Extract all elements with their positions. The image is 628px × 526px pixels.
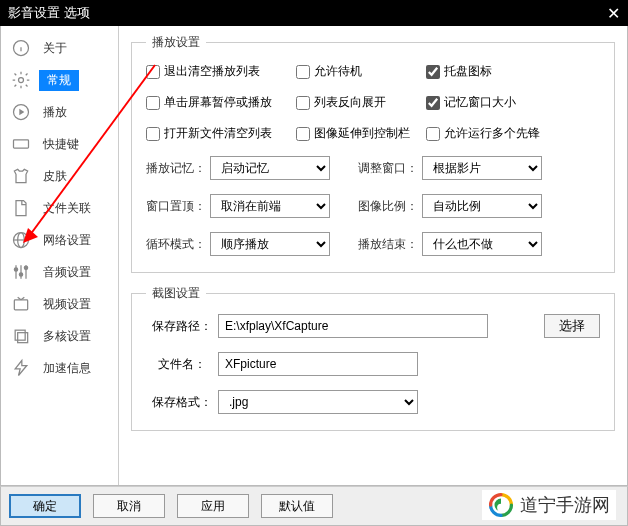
- svg-rect-23: [18, 333, 28, 343]
- sidebar-item-accel[interactable]: 加速信息: [1, 352, 118, 384]
- svg-rect-6: [14, 140, 29, 148]
- default-button[interactable]: 默认值: [261, 494, 333, 518]
- checkbox-remember-size[interactable]: 记忆窗口大小: [426, 94, 566, 111]
- globe-icon: [11, 230, 31, 250]
- sidebar: 关于 常规 播放 快捷键 皮肤 文件关联 网络设置 音频设置: [1, 26, 119, 485]
- svg-point-16: [14, 268, 17, 271]
- playback-settings-group: 播放设置 退出清空播放列表 允许待机 托盘图标 单击屏幕暂停或播放 列表反向展开…: [131, 34, 615, 273]
- sidebar-item-hotkey[interactable]: 快捷键: [1, 128, 118, 160]
- checkbox-click-pause[interactable]: 单击屏幕暂停或播放: [146, 94, 296, 111]
- svg-rect-19: [14, 300, 27, 310]
- select-image-ratio[interactable]: 自动比例: [422, 194, 542, 218]
- bolt-icon: [11, 358, 31, 378]
- checkbox-row: 打开新文件清空列表 图像延伸到控制栏 允许运行多个先锋: [146, 125, 600, 142]
- svg-marker-24: [15, 361, 27, 376]
- svg-rect-22: [15, 330, 25, 340]
- apply-button[interactable]: 应用: [177, 494, 249, 518]
- sidebar-item-about[interactable]: 关于: [1, 32, 118, 64]
- browse-button[interactable]: 选择: [544, 314, 600, 338]
- sidebar-item-label: 常规: [39, 70, 79, 91]
- main-area: 关于 常规 播放 快捷键 皮肤 文件关联 网络设置 音频设置: [0, 26, 628, 486]
- checkbox-extend-image[interactable]: 图像延伸到控制栏: [296, 125, 426, 142]
- checkbox-row: 单击屏幕暂停或播放 列表反向展开 记忆窗口大小: [146, 94, 600, 111]
- select-window-top[interactable]: 取消在前端: [210, 194, 330, 218]
- info-icon: [11, 38, 31, 58]
- checkbox-row: 退出清空播放列表 允许待机 托盘图标: [146, 63, 600, 80]
- tv-icon: [11, 294, 31, 314]
- sidebar-item-label: 多核设置: [39, 326, 95, 347]
- screenshot-settings-group: 截图设置 保存路径： 选择 文件名： 保存格式： .jpg: [131, 285, 615, 431]
- label-image-ratio: 图像比例：: [358, 198, 422, 215]
- stack-icon: [11, 326, 31, 346]
- checkbox-clear-on-exit[interactable]: 退出清空播放列表: [146, 63, 296, 80]
- group-legend: 截图设置: [146, 285, 206, 302]
- keyboard-icon: [11, 134, 31, 154]
- sidebar-item-label: 关于: [39, 38, 71, 59]
- svg-point-17: [19, 273, 22, 276]
- close-icon[interactable]: ✕: [607, 4, 620, 23]
- titlebar: 影音设置 选项 ✕: [0, 0, 628, 26]
- svg-marker-5: [19, 109, 24, 116]
- content-panel: 播放设置 退出清空播放列表 允许待机 托盘图标 单击屏幕暂停或播放 列表反向展开…: [119, 26, 627, 485]
- sidebar-item-audio[interactable]: 音频设置: [1, 256, 118, 288]
- play-icon: [11, 102, 31, 122]
- checkbox-tray-icon[interactable]: 托盘图标: [426, 63, 566, 80]
- checkbox-multi-instance[interactable]: 允许运行多个先锋: [426, 125, 566, 142]
- label-play-memory: 播放记忆：: [146, 160, 210, 177]
- sidebar-item-label: 网络设置: [39, 230, 95, 251]
- shirt-icon: [11, 166, 31, 186]
- sidebar-item-playback[interactable]: 播放: [1, 96, 118, 128]
- window-title: 影音设置 选项: [8, 4, 90, 22]
- sidebar-item-general[interactable]: 常规: [1, 64, 118, 96]
- sidebar-item-skin[interactable]: 皮肤: [1, 160, 118, 192]
- select-loop-mode[interactable]: 顺序播放: [210, 232, 330, 256]
- brand-logo-icon: [488, 492, 514, 518]
- label-file-name: 文件名：: [146, 356, 218, 373]
- sidebar-item-label: 音频设置: [39, 262, 95, 283]
- svg-point-3: [19, 78, 24, 83]
- select-play-memory[interactable]: 启动记忆: [210, 156, 330, 180]
- label-loop-mode: 循环模式：: [146, 236, 210, 253]
- brand-watermark: 道宁手游网: [482, 490, 616, 520]
- sidebar-item-label: 文件关联: [39, 198, 95, 219]
- label-save-path: 保存路径：: [146, 318, 218, 335]
- select-adjust-window[interactable]: 根据影片: [422, 156, 542, 180]
- checkbox-clear-on-open[interactable]: 打开新文件清空列表: [146, 125, 296, 142]
- sidebar-item-label: 加速信息: [39, 358, 95, 379]
- select-save-format[interactable]: .jpg: [218, 390, 418, 414]
- select-play-end[interactable]: 什么也不做: [422, 232, 542, 256]
- label-window-top: 窗口置顶：: [146, 198, 210, 215]
- file-link-icon: [11, 198, 31, 218]
- label-save-format: 保存格式：: [146, 394, 218, 411]
- checkbox-allow-standby[interactable]: 允许待机: [296, 63, 426, 80]
- brand-text: 道宁手游网: [520, 493, 610, 517]
- sidebar-item-label: 视频设置: [39, 294, 95, 315]
- sidebar-item-assoc[interactable]: 文件关联: [1, 192, 118, 224]
- gear-icon: [11, 70, 31, 90]
- sidebar-item-label: 皮肤: [39, 166, 71, 187]
- equalizer-icon: [11, 262, 31, 282]
- cancel-button[interactable]: 取消: [93, 494, 165, 518]
- input-file-name[interactable]: [218, 352, 418, 376]
- group-legend: 播放设置: [146, 34, 206, 51]
- label-adjust-window: 调整窗口：: [358, 160, 422, 177]
- input-save-path[interactable]: [218, 314, 488, 338]
- svg-point-18: [24, 266, 27, 269]
- sidebar-item-video[interactable]: 视频设置: [1, 288, 118, 320]
- sidebar-item-label: 播放: [39, 102, 71, 123]
- sidebar-item-label: 快捷键: [39, 134, 83, 155]
- sidebar-item-network[interactable]: 网络设置: [1, 224, 118, 256]
- sidebar-item-multicore[interactable]: 多核设置: [1, 320, 118, 352]
- checkbox-list-reverse[interactable]: 列表反向展开: [296, 94, 426, 111]
- ok-button[interactable]: 确定: [9, 494, 81, 518]
- label-play-end: 播放结束：: [358, 236, 422, 253]
